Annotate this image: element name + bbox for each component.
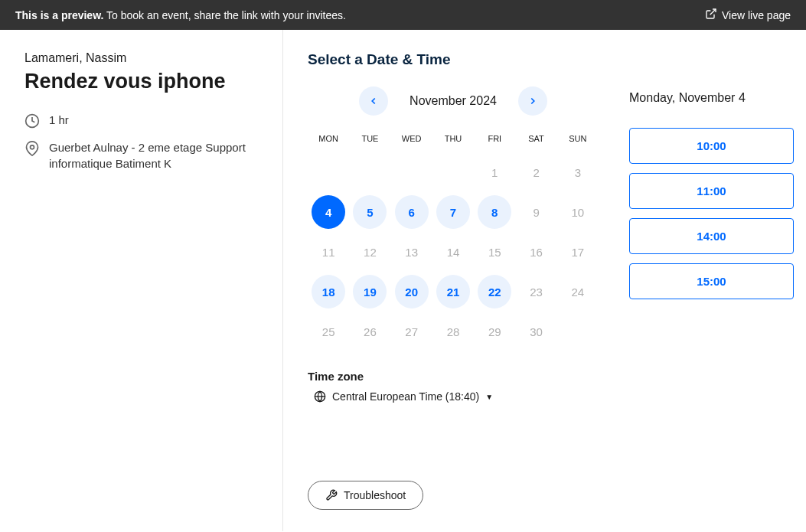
month-navigation: November 2024 <box>308 86 599 116</box>
day-17: 17 <box>561 235 595 269</box>
timezone-section: Time zone Central European Time (18:40) … <box>308 370 599 403</box>
day-30: 30 <box>520 315 553 348</box>
day-24: 24 <box>561 275 595 308</box>
timezone-heading: Time zone <box>308 370 599 383</box>
day-20[interactable]: 20 <box>395 275 429 308</box>
external-link-icon <box>705 8 717 22</box>
location-pin-icon <box>24 141 40 156</box>
time-slot-15-00[interactable]: 15:00 <box>629 263 794 299</box>
preview-strong: This is a preview. <box>15 9 103 21</box>
view-live-link[interactable]: View live page <box>705 8 791 22</box>
day-25: 25 <box>312 315 345 348</box>
weekday-label: FRI <box>474 129 515 148</box>
day-28: 28 <box>436 315 470 348</box>
selected-date-label: Monday, November 4 <box>629 86 794 105</box>
weekday-label: THU <box>432 129 474 148</box>
day-29: 29 <box>478 315 511 348</box>
svg-point-2 <box>31 145 34 149</box>
time-slot-14-00[interactable]: 14:00 <box>629 218 794 254</box>
timezone-label: Central European Time (18:40) <box>332 390 479 403</box>
prev-month-button[interactable] <box>359 86 388 116</box>
duration-row: 1 hr <box>24 112 258 129</box>
day-1: 1 <box>478 155 511 189</box>
caret-down-icon: ▼ <box>485 393 493 401</box>
day-27: 27 <box>395 315 429 348</box>
duration-text: 1 hr <box>49 112 69 128</box>
day-4[interactable]: 4 <box>312 195 345 229</box>
host-name: Lamameri, Nassim <box>24 51 258 65</box>
day-5[interactable]: 5 <box>353 195 387 229</box>
day-15: 15 <box>478 235 511 269</box>
day-18[interactable]: 18 <box>312 275 345 308</box>
time-slots-list: 10:0011:0014:0015:00 <box>629 128 794 299</box>
month-label: November 2024 <box>410 94 497 108</box>
day-22[interactable]: 22 <box>478 275 511 308</box>
day-8[interactable]: 8 <box>478 195 511 229</box>
weekday-label: SUN <box>557 129 599 148</box>
preview-bar: This is a preview. To book an event, sha… <box>0 0 806 30</box>
scheduler-panel: Select a Date & Time November 2024 MONTU… <box>283 30 806 531</box>
day-11: 11 <box>312 235 345 269</box>
weekday-label: SAT <box>515 129 556 148</box>
timezone-picker[interactable]: Central European Time (18:40) ▼ <box>308 390 599 403</box>
day-19[interactable]: 19 <box>353 275 387 308</box>
day-21[interactable]: 21 <box>436 275 470 308</box>
weekday-label: TUE <box>349 129 390 148</box>
day-2: 2 <box>520 155 553 189</box>
event-details-panel: Lamameri, Nassim Rendez vous iphone 1 hr… <box>0 30 283 531</box>
troubleshoot-label: Troubleshoot <box>344 489 406 501</box>
svg-line-0 <box>710 9 716 15</box>
calendar: November 2024 MONTUEWEDTHUFRISATSUN 1234… <box>308 86 599 403</box>
day-13: 13 <box>395 235 429 269</box>
globe-icon <box>314 390 326 403</box>
day-3: 3 <box>561 155 595 189</box>
day-12: 12 <box>353 235 387 269</box>
chevron-right-icon <box>527 96 538 106</box>
location-text: Guerbet Aulnay - 2 eme etage Support inf… <box>49 139 258 171</box>
time-slot-11-00[interactable]: 11:00 <box>629 173 794 209</box>
days-grid: 1234567891011121314151617181920212223242… <box>308 155 599 348</box>
weekday-header: MONTUEWEDTHUFRISATSUN <box>308 129 599 148</box>
day-16: 16 <box>520 235 553 269</box>
next-month-button[interactable] <box>518 86 547 116</box>
view-live-label: View live page <box>722 9 791 21</box>
preview-rest: To book an event, share the link with yo… <box>103 9 345 21</box>
section-title: Select a Date & Time <box>308 51 794 68</box>
day-9: 9 <box>520 195 553 229</box>
event-title: Rendez vous iphone <box>24 70 258 93</box>
chevron-left-icon <box>368 96 379 106</box>
clock-icon <box>24 113 40 129</box>
weekday-label: MON <box>308 129 349 148</box>
time-slots-panel: Monday, November 4 10:0011:0014:0015:00 <box>629 86 794 308</box>
day-7[interactable]: 7 <box>436 195 470 229</box>
wrench-icon <box>325 489 338 501</box>
troubleshoot-button[interactable]: Troubleshoot <box>308 481 423 510</box>
weekday-label: WED <box>391 129 432 148</box>
day-26: 26 <box>353 315 387 348</box>
location-row: Guerbet Aulnay - 2 eme etage Support inf… <box>24 139 258 171</box>
preview-message: This is a preview. To book an event, sha… <box>15 9 346 21</box>
day-14: 14 <box>436 235 470 269</box>
day-10: 10 <box>561 195 595 229</box>
day-6[interactable]: 6 <box>395 195 429 229</box>
time-slot-10-00[interactable]: 10:00 <box>629 128 794 164</box>
day-23: 23 <box>520 275 553 308</box>
